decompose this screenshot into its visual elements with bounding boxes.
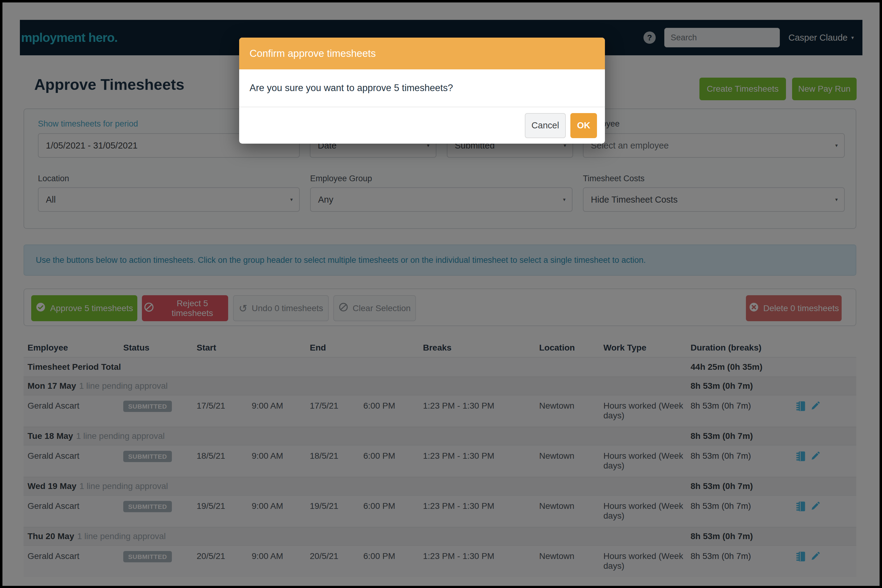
modal-body: Are you sure you want to approve 5 times…	[239, 69, 605, 106]
app-page: mployment hero. ? Casper Claude ▾ Approv…	[3, 3, 879, 586]
modal-title: Confirm approve timesheets	[239, 48, 376, 59]
ok-button[interactable]: OK	[570, 113, 597, 138]
modal-message: Are you sure you want to approve 5 times…	[239, 82, 453, 93]
confirm-approve-modal: Confirm approve timesheets Are you sure …	[239, 38, 605, 144]
modal-footer: Cancel OK	[239, 106, 605, 144]
cancel-button[interactable]: Cancel	[525, 113, 566, 138]
modal-header: Confirm approve timesheets	[239, 38, 605, 69]
